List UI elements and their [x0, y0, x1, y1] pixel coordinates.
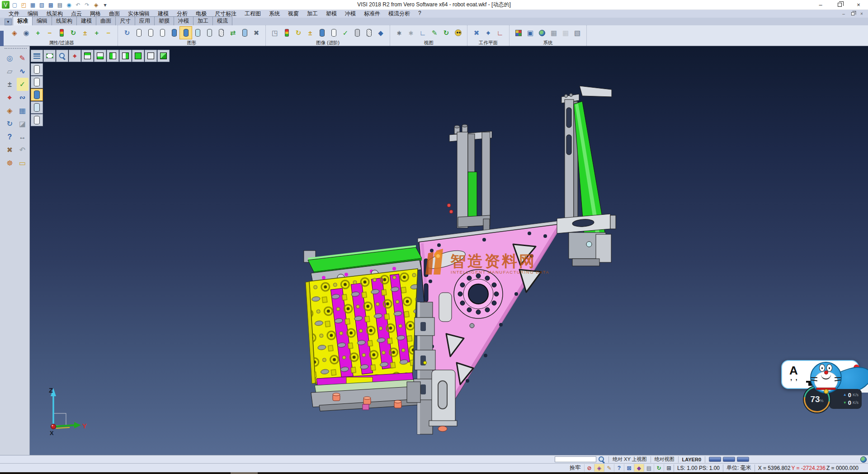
macro-icon[interactable]: ◈ — [92, 1, 100, 9]
tab-flow[interactable]: 模流 — [212, 16, 232, 25]
dock-zoom-select-icon[interactable]: ◎ — [4, 52, 16, 65]
filter-add-icon[interactable]: + — [32, 27, 44, 39]
shaded-mode-icon[interactable] — [168, 27, 180, 39]
dock-zoom-extents-icon[interactable]: ± — [4, 78, 16, 91]
advanced-bar-gray-icon[interactable] — [351, 27, 363, 39]
snap-lock-toggle[interactable]: 拴牢 — [566, 464, 584, 472]
dock-solid-icon[interactable]: ◪ — [17, 117, 28, 130]
status-refresh-icon[interactable]: ↻ — [654, 464, 664, 472]
active-layer-indicator[interactable]: LAYER0 — [678, 456, 705, 463]
viewbar-menu-icon[interactable] — [31, 50, 43, 62]
tab-mold[interactable]: 塑膜 — [154, 16, 174, 25]
system-cells-icon[interactable]: ▦ — [560, 27, 571, 39]
cad-viewport[interactable]: 智造资料网 INTELLIGENT MANUFACTURING DATA Z Y… — [30, 46, 868, 455]
dock-curve-icon[interactable]: ∾ — [17, 91, 28, 104]
view-top-icon[interactable] — [81, 50, 94, 62]
search-icon[interactable] — [598, 456, 605, 463]
workplane-align-icon[interactable]: ∟ — [494, 27, 506, 39]
menu-help[interactable]: ? — [414, 10, 425, 18]
status-ucs-icon[interactable]: ◆ — [634, 464, 644, 472]
slotted-plate[interactable] — [429, 370, 457, 431]
dock-drag-handle[interactable] — [5, 48, 27, 50]
restore-button[interactable] — [830, 0, 849, 9]
advanced-traffic-light-icon[interactable] — [281, 27, 292, 39]
online-globe-icon[interactable] — [860, 456, 867, 463]
tab-machining[interactable]: 加工 — [193, 16, 213, 25]
view-left-icon[interactable] — [107, 50, 119, 62]
render-shaded-icon[interactable] — [31, 89, 43, 101]
tab-modeling[interactable]: 建模 — [76, 16, 96, 25]
quick-color-3[interactable] — [737, 457, 749, 462]
top-bracket-assembly[interactable] — [447, 124, 492, 232]
dock-attributes-icon[interactable]: ◈ — [4, 104, 16, 117]
status-wand-icon[interactable]: ◈ — [594, 464, 604, 472]
display-attributes-icon[interactable]: ◉ — [20, 27, 32, 39]
cad-scene[interactable]: 智造资料网 INTELLIGENT MANUFACTURING DATA Z Y… — [30, 46, 868, 455]
menu-flow-analysis[interactable]: 模流分析 — [384, 10, 414, 18]
open-file-icon[interactable]: ◰ — [20, 1, 28, 9]
save-icon[interactable]: ▦ — [29, 1, 37, 9]
update-graphics-icon[interactable] — [239, 27, 250, 39]
view-right-icon[interactable] — [119, 50, 132, 62]
viewbar-axis-icon[interactable]: ⌖ — [69, 50, 81, 62]
dock-measure-icon[interactable]: ↔ — [17, 130, 28, 143]
status-grid-icon[interactable]: ⊞ — [664, 464, 674, 472]
shaded-edges-mode-icon[interactable] — [180, 27, 192, 39]
tab-die[interactable]: 冲模 — [174, 16, 193, 25]
mdi-close-button[interactable]: × — [859, 11, 864, 17]
tab-wireframe[interactable]: 线架构 — [52, 16, 77, 25]
view-build-icon[interactable]: ∗ — [393, 27, 405, 39]
flat-shade-mode-icon[interactable] — [203, 27, 215, 39]
filter-plusminus-icon[interactable]: ± — [79, 27, 91, 39]
tabs-dropdown-button[interactable]: ▼ — [5, 19, 12, 25]
dock-plane-icon[interactable]: ▱ — [4, 65, 16, 78]
workplane-settings-icon[interactable]: ✖ — [471, 27, 482, 39]
menu-drawing[interactable]: 工程图 — [241, 10, 265, 18]
status-stamp-icon[interactable]: ✎ — [604, 464, 614, 472]
hatch-mode-icon[interactable] — [215, 27, 227, 39]
mdi-restore-button[interactable] — [850, 11, 855, 17]
new-file-icon[interactable]: ▢ — [11, 1, 19, 9]
advanced-display-icon[interactable]: ◳ — [269, 27, 281, 39]
view-mode-indicator[interactable]: 绝对 XY 上视图 — [609, 456, 651, 463]
absolute-view-indicator[interactable]: 绝对视图 — [651, 456, 678, 463]
dashed-line-mode-icon[interactable] — [156, 27, 168, 39]
menu-window[interactable]: 视窗 — [284, 10, 303, 18]
dock-refresh-icon[interactable]: ↻ — [4, 117, 16, 130]
dock-help-icon[interactable]: ? — [4, 130, 16, 143]
filter-refresh-icon[interactable]: ↻ — [67, 27, 79, 39]
render-hidden-icon[interactable] — [31, 76, 43, 88]
tab-edit[interactable]: 编辑 — [32, 16, 52, 25]
graphics-settings-icon[interactable]: ✖ — [250, 27, 262, 39]
status-layers-icon[interactable]: ▤ — [644, 464, 654, 472]
save-all-icon[interactable]: ▩ — [47, 1, 55, 9]
top-right-plate[interactable] — [580, 86, 612, 97]
render-flat-icon[interactable] — [31, 114, 43, 126]
advanced-shield-icon[interactable]: ◆ — [375, 27, 387, 39]
view-back-icon[interactable] — [145, 50, 157, 62]
render-transparent-icon[interactable] — [31, 101, 43, 114]
center-flange[interactable] — [454, 270, 503, 318]
advanced-check-icon[interactable]: ✓ — [340, 27, 351, 39]
minimize-button[interactable]: – — [811, 0, 830, 9]
swap-graphics-icon[interactable]: ⇄ — [227, 27, 239, 39]
filter-remove-icon[interactable]: − — [44, 27, 56, 39]
quick-color-1[interactable] — [709, 457, 721, 462]
doraemon-mascot[interactable] — [810, 362, 842, 393]
dock-ucs-icon[interactable]: ⌖ — [4, 91, 16, 104]
view-iso-icon[interactable] — [157, 50, 170, 62]
view-smiley-icon[interactable] — [452, 27, 464, 39]
white-connector-plate[interactable] — [557, 214, 616, 266]
advanced-refresh-icon[interactable]: ↻ — [292, 27, 304, 39]
tab-surface[interactable]: 曲面 — [96, 16, 116, 25]
menu-system[interactable]: 系统 — [265, 10, 284, 18]
dock-undo-icon[interactable]: ↶ — [17, 143, 28, 156]
green-strip[interactable] — [468, 172, 477, 219]
system-colors-icon[interactable] — [513, 27, 524, 39]
render-wireframe-icon[interactable] — [31, 63, 43, 76]
status-import-icon[interactable]: ⊠ — [624, 464, 634, 472]
print-icon[interactable]: ▤ — [56, 1, 64, 9]
workplane-axis-icon[interactable]: ⌖ — [482, 27, 494, 39]
dock-erase-icon[interactable]: ✎ — [17, 52, 28, 65]
undo-icon[interactable]: ↶ — [74, 1, 82, 9]
